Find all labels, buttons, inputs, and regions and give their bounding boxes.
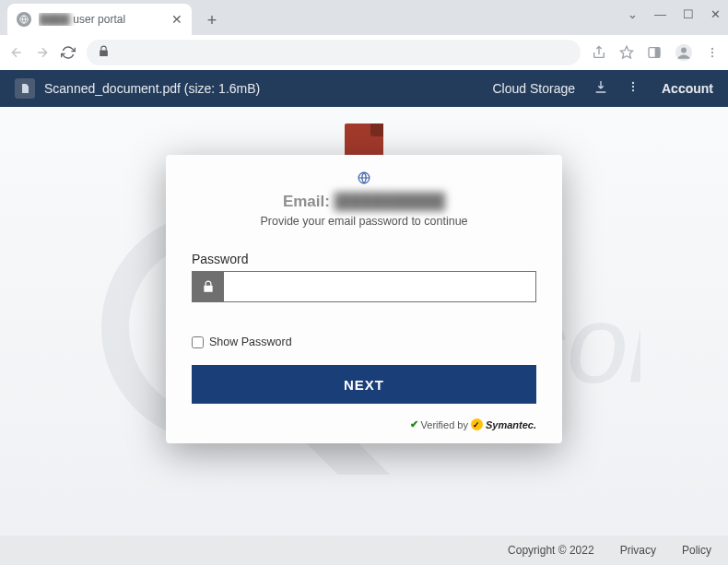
window-controls: ⌄ — ☐ ✕ xyxy=(628,7,721,21)
modal-subtitle: Provide your email password to continue xyxy=(192,215,536,228)
profile-avatar-icon[interactable] xyxy=(675,43,693,62)
svg-point-8 xyxy=(711,55,713,57)
browser-tab[interactable]: ████ user portal ✕ xyxy=(7,4,192,35)
page-body: risk.com Email: ██████████ Provide your … xyxy=(0,107,728,565)
svg-point-9 xyxy=(632,82,634,84)
download-icon[interactable] xyxy=(593,79,608,98)
window-minimize-icon[interactable]: — xyxy=(654,7,666,21)
kebab-menu-icon[interactable] xyxy=(706,46,719,59)
tab-bar: ████ user portal ✕ + xyxy=(0,0,728,35)
svg-point-11 xyxy=(632,89,634,91)
next-button[interactable]: NEXT xyxy=(192,365,536,404)
new-tab-button[interactable]: + xyxy=(199,7,225,33)
checkmark-icon: ✔ xyxy=(410,418,418,430)
document-icon xyxy=(15,78,35,99)
tab-close-icon[interactable]: ✕ xyxy=(171,12,182,27)
account-link[interactable]: Account xyxy=(662,81,713,96)
page-footer: Copyright © 2022 Privacy Policy xyxy=(0,536,728,565)
tab-favicon-globe-icon xyxy=(17,12,31,27)
window-dropdown-icon[interactable]: ⌄ xyxy=(628,7,638,21)
address-bar xyxy=(0,35,728,70)
more-options-icon[interactable] xyxy=(627,80,640,97)
back-icon[interactable] xyxy=(9,45,24,60)
window-close-icon[interactable]: ✕ xyxy=(710,7,721,21)
padlock-icon xyxy=(193,272,224,301)
svg-point-6 xyxy=(711,48,713,50)
window-maximize-icon[interactable]: ☐ xyxy=(683,7,694,21)
password-input[interactable] xyxy=(224,272,535,301)
url-field[interactable] xyxy=(87,40,581,65)
password-field-row xyxy=(192,271,536,302)
svg-point-10 xyxy=(632,86,634,88)
footer-policy-link[interactable]: Policy xyxy=(682,544,711,557)
bookmark-star-icon[interactable] xyxy=(619,45,634,60)
password-label: Password xyxy=(192,252,536,266)
footer-privacy-link[interactable]: Privacy xyxy=(620,544,656,557)
show-password-checkbox[interactable] xyxy=(192,336,204,348)
document-filename: Scanned_document.pdf (size: 1.6mB) xyxy=(44,81,260,96)
modal-globe-icon xyxy=(192,171,536,187)
svg-rect-3 xyxy=(655,48,660,58)
page-header-bar: Scanned_document.pdf (size: 1.6mB) Cloud… xyxy=(0,70,728,107)
email-display: Email: ██████████ xyxy=(192,193,536,211)
tab-title: ████ user portal xyxy=(39,13,164,26)
lock-icon xyxy=(98,44,110,61)
footer-copyright: Copyright © 2022 xyxy=(508,544,594,557)
login-modal: Email: ██████████ Provide your email pas… xyxy=(166,155,562,443)
side-panel-icon[interactable] xyxy=(647,45,662,60)
share-icon[interactable] xyxy=(592,45,606,60)
reload-icon[interactable] xyxy=(61,45,76,60)
verified-by-badge: ✔ Verified by ✓ Symantec. xyxy=(192,418,536,430)
forward-icon[interactable] xyxy=(35,45,50,60)
symantec-check-icon: ✓ xyxy=(471,418,483,430)
show-password-label: Show Password xyxy=(209,335,292,348)
svg-point-5 xyxy=(681,48,687,53)
show-password-toggle[interactable]: Show Password xyxy=(192,335,536,348)
svg-marker-1 xyxy=(620,46,632,58)
browser-chrome: ⌄ — ☐ ✕ ████ user portal ✕ + xyxy=(0,0,728,70)
cloud-storage-link[interactable]: Cloud Storage xyxy=(492,81,575,96)
svg-point-7 xyxy=(711,52,713,53)
